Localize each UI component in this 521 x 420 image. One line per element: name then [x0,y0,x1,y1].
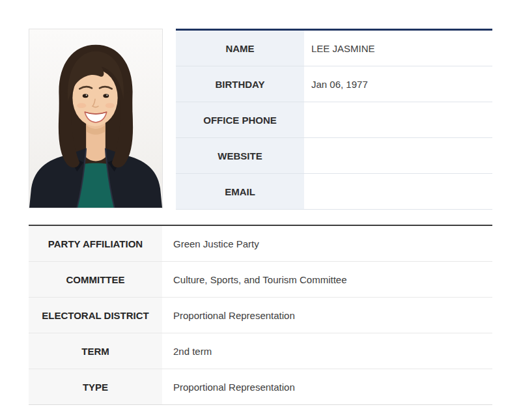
info-label: OFFICE PHONE [176,102,304,137]
info-row-email: EMAIL [176,174,492,210]
info-row-name: NAME LEE JASMINE [176,31,492,66]
detail-label: TYPE [29,369,162,404]
info-value [304,138,492,173]
info-row-birthday: BIRTHDAY Jan 06, 1977 [176,66,492,102]
detail-value: Green Justice Party [162,226,492,261]
detail-value: Proportional Representation [162,369,492,404]
info-value: LEE JASMINE [304,31,492,66]
member-info-table: NAME LEE JASMINE BIRTHDAY Jan 06, 1977 O… [176,29,492,210]
info-value [304,102,492,137]
member-photo [29,29,163,208]
detail-row-party-affiliation: PARTY AFFILIATION Green Justice Party [29,226,492,262]
info-value [304,174,492,209]
info-label: WEBSITE [176,138,304,173]
member-detail-table: PARTY AFFILIATION Green Justice Party CO… [29,225,492,405]
member-profile-page: NAME LEE JASMINE BIRTHDAY Jan 06, 1977 O… [0,0,521,420]
detail-row-committee: COMMITTEE Culture, Sports, and Tourism C… [29,262,492,298]
info-row-website: WEBSITE [176,138,492,174]
detail-row-type: TYPE Proportional Representation [29,369,492,405]
info-label: NAME [176,31,304,66]
info-value: Jan 06, 1977 [304,66,492,102]
detail-label: TERM [29,333,162,369]
member-photo-illustration [29,29,162,208]
info-label: BIRTHDAY [176,66,304,102]
detail-label: COMMITTEE [29,262,162,297]
detail-value: Culture, Sports, and Tourism Committee [162,262,492,297]
detail-value: 2nd term [162,333,492,369]
detail-value: Proportional Representation [162,298,492,333]
info-label: EMAIL [176,174,304,209]
info-row-office-phone: OFFICE PHONE [176,102,492,138]
detail-row-electoral-district: ELECTORAL DISTRICT Proportional Represen… [29,298,492,333]
detail-label: PARTY AFFILIATION [29,226,162,261]
detail-row-term: TERM 2nd term [29,333,492,369]
detail-label: ELECTORAL DISTRICT [29,298,162,333]
